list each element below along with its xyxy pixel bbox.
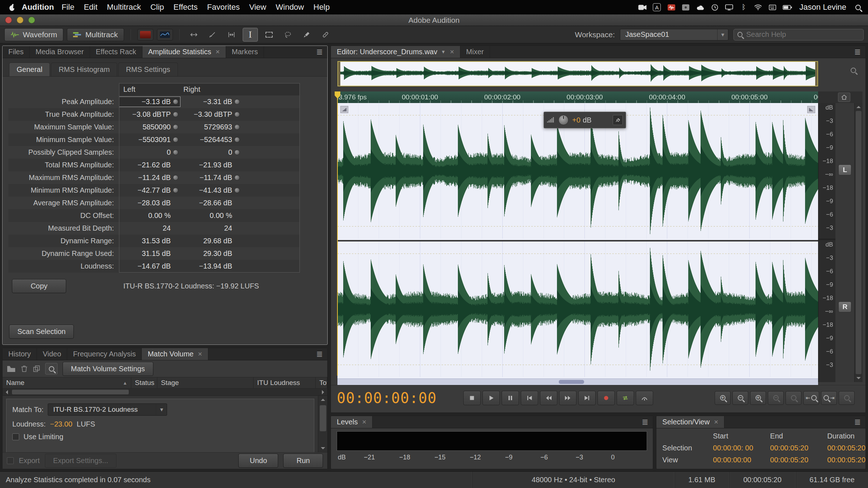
apple-menu-icon[interactable] — [6, 4, 18, 11]
menu-file[interactable]: File — [57, 3, 79, 12]
add-files-icon[interactable] — [7, 365, 16, 372]
scan-selection-button[interactable]: Scan Selection — [9, 325, 74, 339]
close-tab-icon[interactable]: × — [198, 350, 202, 358]
spectral-pitch-display-button[interactable] — [157, 29, 173, 40]
export-settings-button[interactable]: Export Settings... — [45, 454, 116, 468]
panel-menu-icon[interactable]: ≣ — [311, 46, 327, 58]
stat-value[interactable]: 0 — [180, 147, 242, 158]
volume-hud[interactable]: +0dB — [544, 112, 626, 128]
panel-menu-icon[interactable]: ≣ — [311, 348, 327, 360]
locate-peak-icon[interactable] — [234, 112, 240, 117]
locate-peak-icon[interactable] — [234, 175, 240, 180]
move-to-previous-button[interactable] — [521, 391, 538, 405]
record-button[interactable] — [597, 391, 615, 405]
stat-value[interactable]: 31.15 dB — [119, 248, 180, 259]
stat-value[interactable]: 29.30 dB — [180, 248, 242, 259]
tab-history[interactable]: History — [3, 348, 37, 360]
use-limiting-checkbox[interactable] — [12, 433, 19, 440]
locate-peak-icon[interactable] — [173, 137, 178, 142]
subtab-rms-settings[interactable]: RMS Settings — [118, 63, 178, 76]
tab-video[interactable]: Video — [37, 348, 67, 360]
scroll-down-icon[interactable] — [855, 374, 863, 382]
loudness-value[interactable]: −23.00 — [50, 420, 72, 428]
stat-value[interactable]: −11.74 dB — [180, 172, 242, 183]
locate-peak-icon[interactable] — [173, 99, 178, 104]
locate-peak-icon[interactable] — [173, 188, 178, 193]
rewind-button[interactable] — [540, 391, 557, 405]
stat-value[interactable]: −13.94 dB — [180, 261, 242, 271]
waveform-vscrollbar[interactable] — [854, 103, 863, 382]
locate-peak-icon[interactable] — [234, 137, 240, 142]
copy-button[interactable]: Copy — [12, 279, 66, 293]
stat-value[interactable]: 31.53 dB — [119, 236, 180, 246]
overview-range-handle-right[interactable] — [815, 62, 817, 86]
duplicate-icon[interactable] — [33, 365, 40, 372]
overview-strip[interactable] — [337, 61, 818, 86]
multitrack-view-button[interactable]: Multitrack — [67, 28, 124, 41]
stat-value[interactable]: −28.66 dB — [180, 198, 242, 208]
hscroll-thumb[interactable] — [12, 390, 129, 394]
overview-waveform[interactable] — [338, 62, 817, 84]
run-button[interactable]: Run — [283, 454, 323, 468]
waveform-hscroll-thumb[interactable] — [559, 380, 584, 384]
volume-knob[interactable] — [558, 115, 569, 125]
waveform-display[interactable]: +0dB — [337, 103, 818, 382]
sync-clock-icon[interactable] — [710, 2, 719, 12]
match-volume-settings-button[interactable]: Match Volume Settings — [63, 362, 153, 376]
stat-value[interactable]: 24 — [119, 223, 180, 234]
menu-help[interactable]: Help — [309, 3, 335, 12]
waveform-channel-right[interactable] — [337, 241, 818, 377]
slip-tool-icon[interactable] — [224, 28, 239, 42]
spot-healing-brush-tool-icon[interactable] — [318, 28, 333, 42]
play-button[interactable] — [482, 391, 500, 405]
stat-value[interactable]: 24 — [180, 223, 242, 234]
locate-peak-icon[interactable] — [173, 150, 178, 155]
stat-value[interactable]: −3.08 dBTP — [119, 109, 180, 120]
amplitude-ruler[interactable]: dB−3−6−9−18−∞−18−9−6−3 dB−3−6−9−18−∞−18−… — [818, 103, 835, 382]
close-tab-icon[interactable]: × — [714, 418, 718, 426]
workspace-dropdown[interactable]: JaseSpace01 ▼ — [620, 29, 728, 40]
current-time-display[interactable]: 00:00:00:00 — [337, 390, 449, 406]
close-tab-icon[interactable]: × — [216, 48, 220, 56]
tab-markers[interactable]: Markers — [226, 46, 264, 58]
zoom-out-button[interactable] — [732, 391, 748, 405]
subtab-rms-histogram[interactable]: RMS Histogram — [51, 63, 117, 76]
match-to-dropdown[interactable]: ITU-R BS.1770-2 Loudness ▼ — [48, 403, 167, 416]
stat-value[interactable]: −11.24 dB — [119, 172, 180, 183]
zoom-to-selection-button[interactable] — [786, 391, 801, 405]
tab-frequency-analysis[interactable]: Frequency Analysis — [67, 348, 142, 360]
stat-value[interactable]: 0.00 % — [180, 210, 242, 221]
stat-value[interactable]: −14.67 dB — [119, 261, 180, 271]
locate-peak-icon[interactable] — [234, 188, 240, 193]
vscroll-thumb[interactable] — [320, 405, 326, 431]
locate-peak-icon[interactable] — [234, 99, 240, 104]
tab-effects-rack[interactable]: Effects Rack — [90, 46, 142, 58]
menu-favorites[interactable]: Favorites — [202, 3, 244, 12]
zoom-to-selection-out-point-button[interactable]: ⇥ — [821, 391, 837, 405]
menu-edit[interactable]: Edit — [79, 3, 102, 12]
menu-app-name[interactable]: Audition — [22, 3, 54, 12]
skip-selection-button[interactable] — [636, 391, 653, 405]
locate-peak-icon[interactable] — [173, 112, 178, 117]
locate-peak-icon[interactable] — [234, 124, 240, 130]
creative-cloud-icon[interactable] — [696, 2, 705, 12]
move-tool-icon[interactable] — [186, 28, 201, 42]
panel-menu-icon[interactable]: ≣ — [637, 416, 653, 428]
left-channel-badge[interactable]: L — [838, 164, 851, 175]
menu-view[interactable]: View — [244, 3, 271, 12]
zoom-in-amplitude-button[interactable] — [750, 391, 766, 405]
tab-match-volume[interactable]: Match Volume × — [142, 348, 208, 360]
stat-value[interactable]: −28.03 dB — [119, 198, 180, 208]
time-selection-tool-icon[interactable]: I — [243, 28, 258, 42]
input-source-icon[interactable]: A — [652, 2, 661, 12]
selection-duration-value[interactable]: 00:00:05:20 — [827, 444, 865, 452]
tab-amplitude-statistics[interactable]: Amplitude Statistics × — [142, 46, 226, 58]
export-checkbox[interactable] — [7, 457, 14, 464]
menu-multitrack[interactable]: Multitrack — [102, 3, 146, 12]
undo-button[interactable]: Undo — [238, 454, 278, 468]
playhead[interactable] — [337, 91, 338, 376]
right-channel-badge[interactable]: R — [838, 301, 851, 312]
column-total[interactable]: Tot — [316, 377, 327, 388]
close-tab-icon[interactable]: × — [450, 48, 454, 56]
move-to-next-button[interactable] — [578, 391, 596, 405]
